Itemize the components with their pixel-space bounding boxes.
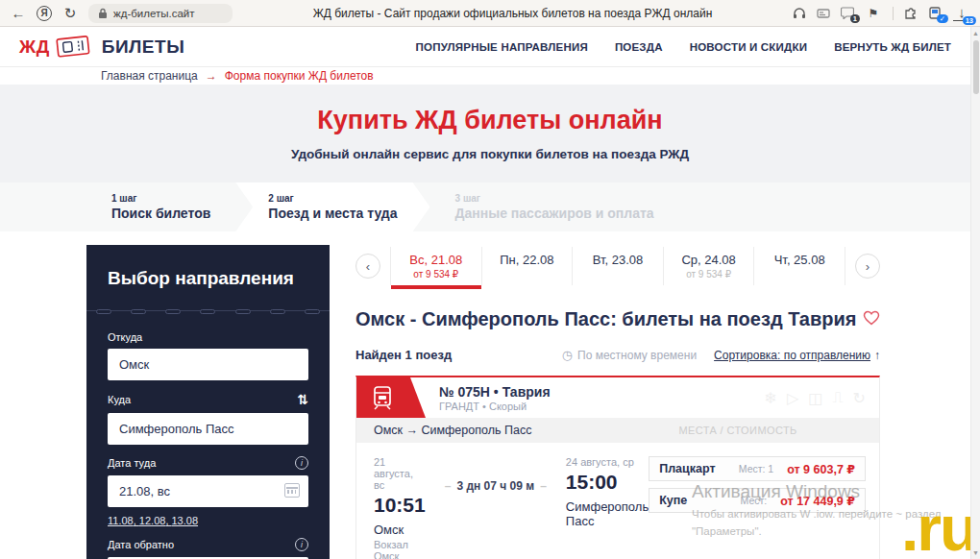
prev-dates-button[interactable]: ‹ [355,254,380,279]
downloads-icon[interactable]: ↓ 13 [953,5,970,21]
train-card-header: № 075Н • Таврия ГРАНДТ • Скорый ❄ ▷ ◫ ⎍ … [356,377,879,418]
trip-duration: 3 дн 07 ч 09 м [439,456,552,559]
logo-text-zhd: ЖД [19,36,50,58]
step-number: 3 шаг [455,193,654,204]
train-card: № 075Н • Таврия ГРАНДТ • Скорый ❄ ▷ ◫ ⎍ … [355,376,880,559]
sort-link[interactable]: Сортировка: по отправлению [714,349,870,362]
train-flag [356,377,426,418]
nav-news[interactable]: НОВОСТИ И СКИДКИ [690,41,807,53]
step-passenger-data: 3 шаг Данные пассажиров и оплата [430,182,679,231]
page-scrollbar[interactable]: ▲ ▼ [970,27,980,559]
date-tab-mon[interactable]: Пн, 22.08 [481,247,573,285]
luggage-icon: ◫ [808,389,822,407]
quick-date-link[interactable]: 11.08 [108,515,139,526]
sort-direction-icon[interactable]: ↑ [874,349,880,362]
class-seats: Мест: 1 [739,463,773,474]
video-icon: ▷ [787,389,798,407]
arrival-date: 24 августа, ср [566,456,649,468]
class-price: от 17 449,9 ₽ [780,494,855,508]
quick-date-link[interactable]: 13.08 [172,515,199,526]
favorite-heart-icon[interactable] [863,310,880,329]
extensions-icon[interactable] [904,7,919,19]
date-tab-tue[interactable]: Вт, 23.08 [572,247,663,285]
departure-city: Омск [374,523,426,537]
scroll-down-arrow[interactable]: ▼ [971,549,980,556]
departure-date: 21 августа, вс [374,456,426,491]
arrival-time: 15:00 [566,471,649,494]
tab-title: ЖД билеты - Сайт продажи официальных бил… [242,7,783,20]
route-text: Омск → Симферополь Пасс [374,424,531,437]
direction-form-panel: Выбор направления Откуда Куда ⇅ Дата туд… [86,245,330,559]
collections-check: ✓ [937,14,948,24]
next-dates-button[interactable]: › [855,254,880,279]
train-card-body: 21 августа, вс 10:51 Омск Вокзал Омск 3 … [356,443,879,559]
date-tab-label: Ср, 24.08 [681,253,735,267]
class-list: Плацкарт Мест: 1 от 9 603,7 ₽ Купе Мест:… [649,456,866,559]
chat-icon[interactable]: 1 [841,7,854,19]
site-logo[interactable]: ЖД БИЛЕТЫ [19,36,184,59]
breadcrumb-current-link[interactable]: Форма покупки ЖД билетов [225,69,374,83]
scroll-up-arrow[interactable]: ▲ [971,30,980,36]
steps-bar: 1 шаг Поиск билетов 2 шаг Поезд и места … [0,182,980,231]
date-tab-thu[interactable]: Чт, 25.08 [753,247,845,285]
voice-assistant-icon[interactable] [793,7,806,19]
breadcrumb-home-link[interactable]: Главная страница [101,69,198,83]
info-icon[interactable]: i [295,456,308,470]
panel-title: Выбор направления [108,268,308,289]
results-column: ‹ Вс, 21.08 от 9 534 ₽ Пн, 22.08 Вт, 23.… [355,247,880,559]
cards-icon[interactable] [817,8,830,19]
collections-icon[interactable]: ✓ [929,7,943,19]
back-icon[interactable]: ← [10,6,27,20]
page-subtitle: Удобный онлайн сервис для покупки билето… [291,147,689,161]
quick-date-link[interactable]: 12.08 [139,515,172,526]
departure-station: Вокзал Омск [374,539,426,559]
from-input[interactable] [108,349,308,380]
bookmark-icon[interactable]: ⚑ [865,8,882,19]
url-text: жд-билеты.сайт [113,8,195,19]
calendar-icon[interactable] [284,483,300,498]
ticket-perforation-divider [86,310,330,318]
browser-profile-icon[interactable]: Я [37,6,52,21]
route-strip: Омск → Симферополь Пасс МЕСТА / СТОИМОСТ… [356,418,879,443]
date-tab-wed[interactable]: Ср, 24.08 от 9 534 ₽ [663,247,754,285]
nav-return-ticket[interactable]: ВЕРНУТЬ ЖД БИЛЕТ [834,41,951,53]
timetable: 21 августа, вс 10:51 Омск Вокзал Омск 3 … [374,456,649,559]
date-carousel: ‹ Вс, 21.08 от 9 534 ₽ Пн, 22.08 Вт, 23.… [355,247,880,285]
reload-icon[interactable]: ↻ [61,6,79,20]
date-tab-label: Чт, 25.08 [774,253,825,267]
nav-trains[interactable]: ПОЕЗДА [615,41,663,53]
date-tab-price: от 9 534 ₽ [686,269,731,280]
results-title: Омск - Симферополь Пасс: билеты на поезд… [355,308,863,330]
nav-popular-directions[interactable]: ПОПУЛЯРНЫЕ НАПРАВЛЕНИЯ [416,41,588,53]
ac-icon: ❄ [765,389,777,407]
class-name: Плацкарт [659,462,739,475]
info-icon[interactable]: i [295,538,308,551]
clock-icon: ◷ [562,348,573,362]
train-carrier: ГРАНДТ • Скорый [439,401,551,412]
class-seats: Мест: [741,495,768,506]
arrival-block: 24 августа, ср 15:00 Симферополь Пасс [566,456,649,559]
step-train-and-seats[interactable]: 2 шаг Поезд и места туда [235,182,429,231]
address-bar[interactable]: жд-билеты.сайт [88,4,233,23]
date-tab-sun[interactable]: Вс, 21.08 от 9 534 ₽ [390,247,481,285]
results-meta-row: Найден 1 поезд ◷ По местному времени Сор… [355,348,880,362]
date-there-label: Дата туда [108,457,156,469]
step-search-tickets[interactable]: 1 шаг Поиск билетов [86,182,235,231]
to-input[interactable] [108,413,308,445]
train-number[interactable]: № 075Н • Таврия [439,384,551,400]
content-area: Выбор направления Откуда Куда ⇅ Дата туд… [0,231,980,559]
swap-directions-icon[interactable]: ⇅ [297,392,308,407]
date-tab-price: от 9 534 ₽ [413,269,458,280]
date-tab-label: Пн, 22.08 [500,253,553,267]
amenities: ❄ ▷ ◫ ⎍ ↻ [765,389,866,407]
date-back-label: Дата обратно [108,539,174,550]
class-kupe-row[interactable]: Купе Мест: от 17 449,9 ₽ [649,488,866,513]
date-there-input[interactable] [108,475,308,507]
downloads-badge: 13 [963,16,976,26]
class-price: от 9 603,7 ₽ [787,462,855,476]
scrollbar-thumb[interactable] [973,40,979,94]
hero-banner: Купить ЖД билеты онлайн Удобный онлайн с… [0,85,980,182]
step-label: Поиск билетов [111,206,210,221]
page-title: Купить ЖД билеты онлайн [317,106,662,135]
class-platzkart-row[interactable]: Плацкарт Мест: 1 от 9 603,7 ₽ [649,456,866,481]
